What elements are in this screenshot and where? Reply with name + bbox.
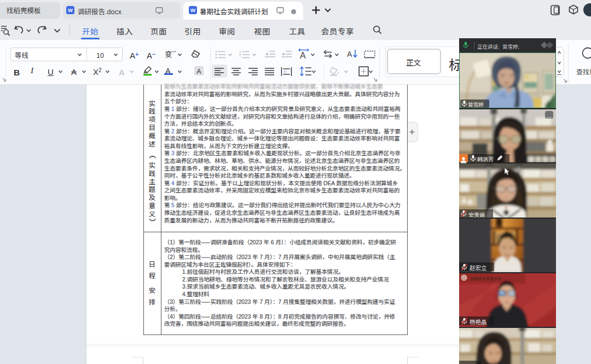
svg-text:2: 2 bbox=[239, 54, 241, 57]
svg-text:A: A bbox=[300, 51, 306, 60]
svg-text:A: A bbox=[347, 50, 352, 58]
svg-text:‹›: ‹› bbox=[284, 69, 287, 74]
